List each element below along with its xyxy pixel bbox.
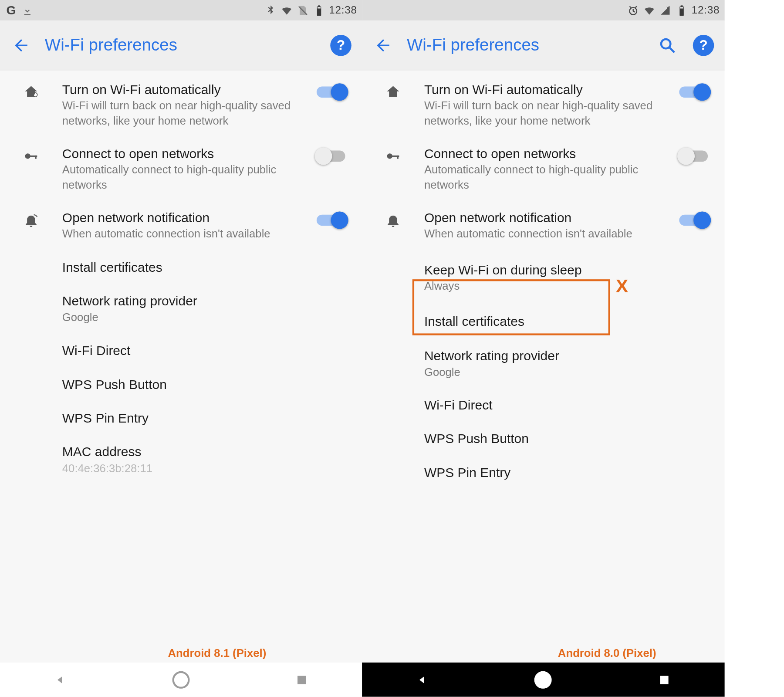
pref-title: Turn on Wi-Fi automatically	[62, 81, 302, 98]
settings-list: Turn on Wi-Fi automatically Wi-Fi will t…	[362, 70, 725, 662]
help-button[interactable]: ?	[328, 33, 353, 58]
pref-subtitle: Google	[424, 365, 715, 379]
pref-title: Install certificates	[424, 314, 715, 330]
back-button[interactable]	[371, 33, 395, 58]
pref-subtitle: Wi-Fi will turn back on near high-qualit…	[424, 99, 665, 128]
status-bar: G 12:38	[0, 0, 362, 20]
toggle-switch[interactable]	[317, 86, 345, 98]
pref-rating-provider[interactable]: Network rating provider Google	[362, 339, 725, 389]
nav-bar	[362, 663, 725, 697]
wifi-icon	[643, 4, 656, 17]
status-bar: x 12:38	[362, 0, 725, 20]
pref-wifi-direct[interactable]: Wi-Fi Direct	[0, 334, 362, 367]
pref-title: Network rating provider	[424, 348, 715, 364]
toggle-switch[interactable]	[679, 215, 708, 226]
bluetooth-icon	[264, 4, 277, 17]
pref-title: Network rating provider	[62, 293, 352, 309]
pref-title: Turn on Wi-Fi automatically	[424, 81, 665, 98]
pref-title: WPS Push Button	[62, 376, 352, 392]
pref-subtitle: Wi-Fi will turn back on near high-qualit…	[62, 99, 302, 128]
nav-recent-button[interactable]	[292, 670, 311, 689]
svg-rect-17	[660, 676, 668, 684]
nav-back-button[interactable]	[51, 670, 70, 689]
pref-auto-wifi[interactable]: Turn on Wi-Fi automatically Wi-Fi will t…	[362, 73, 725, 137]
pref-wps-push[interactable]: WPS Push Button	[362, 422, 725, 456]
pref-title: WPS Pin Entry	[424, 464, 715, 480]
pref-wps-pin[interactable]: WPS Pin Entry	[362, 456, 725, 489]
svg-rect-1	[318, 5, 320, 7]
pref-subtitle: 40:4e:36:3b:28:11	[62, 461, 352, 476]
pref-wps-push[interactable]: WPS Push Button	[0, 368, 362, 401]
pref-subtitle: Automatically connect to high-quality pu…	[424, 163, 665, 193]
nav-back-button[interactable]	[413, 670, 432, 689]
no-sim-icon	[297, 4, 309, 17]
nav-home-button[interactable]	[534, 670, 553, 689]
help-button[interactable]: ?	[691, 33, 716, 58]
alarm-icon	[627, 4, 639, 17]
pref-rating-provider[interactable]: Network rating provider Google	[0, 284, 362, 334]
pref-title: Wi-Fi Direct	[62, 342, 352, 359]
toggle-switch[interactable]	[679, 151, 708, 162]
svg-rect-6	[297, 676, 306, 684]
nav-home-button[interactable]	[172, 670, 190, 689]
nav-recent-button[interactable]	[655, 670, 673, 689]
search-icon	[658, 36, 677, 54]
pref-open-notification[interactable]: Open network notification When automatic…	[0, 201, 362, 250]
svg-point-12	[661, 39, 670, 48]
search-button[interactable]	[655, 33, 680, 58]
svg-point-3	[25, 153, 30, 159]
pref-subtitle: Google	[62, 311, 352, 325]
pref-title: Install certificates	[62, 259, 352, 275]
key-icon	[385, 148, 401, 167]
pref-subtitle: Automatically connect to high-quality pu…	[62, 163, 302, 193]
battery-icon	[676, 4, 688, 17]
pref-title: Connect to open networks	[62, 145, 302, 162]
toggle-switch[interactable]	[317, 215, 345, 226]
page-title: Wi-Fi preferences	[407, 35, 644, 54]
battery-icon	[313, 4, 325, 17]
pref-keep-wifi-sleep[interactable]: Keep Wi-Fi on during sleep Always	[362, 250, 725, 305]
bell-wifi-icon	[385, 212, 401, 231]
pref-open-networks[interactable]: Connect to open networks Automatically c…	[362, 137, 725, 201]
nav-bar	[0, 663, 362, 697]
svg-rect-5	[35, 156, 37, 159]
phone-left: G 12:38 Wi-Fi preferences ?	[0, 0, 362, 697]
pref-open-networks[interactable]: Connect to open networks Automatically c…	[0, 137, 362, 201]
toggle-switch[interactable]	[679, 86, 708, 98]
pref-mac-address[interactable]: MAC address 40:4e:36:3b:28:11	[0, 435, 362, 476]
pref-title: Open network notification	[62, 210, 302, 226]
pref-title: Connect to open networks	[424, 145, 665, 162]
pref-title: MAC address	[62, 444, 352, 460]
home-sync-icon	[385, 84, 401, 103]
status-clock: 12:38	[329, 4, 357, 17]
pref-auto-wifi[interactable]: Turn on Wi-Fi automatically Wi-Fi will t…	[0, 73, 362, 137]
back-button[interactable]	[9, 33, 34, 58]
pref-title: Open network notification	[424, 210, 665, 226]
pref-wifi-direct[interactable]: Wi-Fi Direct	[362, 388, 725, 422]
pref-title: WPS Push Button	[424, 431, 715, 447]
svg-rect-16	[397, 156, 399, 159]
pref-install-certs[interactable]: Install certificates	[362, 305, 725, 338]
version-label: Android 8.0 (Pixel)	[558, 647, 656, 660]
pref-wps-pin[interactable]: WPS Pin Entry	[0, 401, 362, 435]
version-label: Android 8.1 (Pixel)	[168, 647, 267, 660]
pref-install-certs[interactable]: Install certificates	[0, 250, 362, 284]
google-icon: G	[5, 4, 17, 17]
signal-x-icon: x	[659, 4, 672, 17]
bell-wifi-icon	[23, 212, 39, 231]
pref-subtitle: When automatic connection isn't availabl…	[62, 227, 302, 242]
help-icon: ?	[330, 34, 351, 56]
home-sync-icon	[23, 84, 39, 103]
pref-title: WPS Pin Entry	[62, 410, 352, 426]
svg-line-13	[670, 47, 675, 52]
page-title: Wi-Fi preferences	[45, 35, 317, 54]
pref-open-notification[interactable]: Open network notification When automatic…	[362, 201, 725, 250]
svg-text:x: x	[666, 4, 669, 10]
toggle-switch[interactable]	[317, 151, 345, 162]
svg-point-14	[387, 153, 392, 159]
key-icon	[23, 148, 39, 167]
status-clock: 12:38	[692, 4, 720, 17]
settings-list: Turn on Wi-Fi automatically Wi-Fi will t…	[0, 70, 362, 662]
pref-subtitle: Always	[424, 279, 715, 294]
svg-rect-10	[681, 5, 683, 7]
